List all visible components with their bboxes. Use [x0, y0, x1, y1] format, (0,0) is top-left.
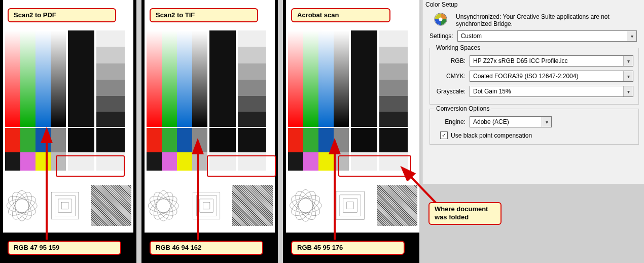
scan-image-area	[3, 0, 133, 233]
highlight-box-3	[338, 155, 411, 177]
callout-rgb-value-1: RGB 47 95 159	[8, 241, 121, 255]
engine-select-value: Adobe (ACE)	[470, 118, 542, 125]
highlight-box-1	[56, 155, 125, 177]
callout-scan-title-1: Scan2 to PDF	[8, 8, 116, 22]
conversion-options-legend: Conversion Options	[434, 105, 491, 112]
svg-point-11	[147, 192, 180, 219]
svg-point-4	[9, 189, 35, 222]
svg-rect-8	[58, 199, 71, 213]
svg-point-5	[6, 192, 39, 219]
settings-label: Settings:	[430, 32, 453, 40]
settings-select[interactable]: Custom	[457, 30, 637, 42]
svg-rect-6	[51, 192, 78, 219]
svg-point-12	[150, 189, 177, 222]
svg-point-31	[439, 18, 443, 21]
svg-point-2	[9, 189, 35, 222]
svg-point-14	[150, 189, 177, 222]
svg-rect-19	[203, 202, 209, 209]
black-point-compensation-checkbox[interactable]: ✓ Use black point compensation	[435, 129, 633, 139]
grayscale-select-value: Dot Gain 15%	[470, 88, 623, 95]
svg-point-25	[289, 191, 323, 219]
chevron-down-icon	[623, 86, 633, 96]
highlight-box-2	[207, 155, 276, 177]
grayscale-select[interactable]: Dot Gain 15%	[470, 86, 633, 97]
svg-point-22	[292, 188, 319, 223]
black-point-compensation-label: Use black point compensation	[451, 132, 532, 139]
scan-column-2	[141, 0, 278, 263]
svg-point-24	[292, 188, 319, 223]
chevron-down-icon	[627, 31, 636, 41]
settings-select-value: Custom	[458, 32, 627, 40]
working-spaces-legend: Working Spaces	[434, 44, 482, 51]
grayscale-label: Grayscale:	[435, 88, 466, 95]
cmyk-select-value: Coated FOGRA39 (ISO 12647-2:2004)	[470, 73, 623, 80]
working-spaces-group: Working Spaces RGB: HP Z27x sRGB D65 ICC…	[430, 48, 639, 105]
callout-rgb-value-2: RGB 46 94 162	[150, 241, 263, 255]
scan-image-area	[286, 0, 419, 233]
svg-rect-26	[336, 191, 364, 220]
scan-image-area	[145, 0, 275, 233]
rgb-select[interactable]: HP Z27x sRGB D65 ICC Profile.icc	[470, 55, 633, 67]
scan-column-1	[0, 0, 136, 263]
cmyk-label: CMYK:	[435, 73, 466, 80]
callout-scan-title-2: Scan2 to TIF	[150, 8, 258, 22]
svg-point-1	[6, 192, 39, 219]
callout-scan-title-3: Acrobat scan	[291, 8, 390, 22]
cmyk-select[interactable]: Coated FOGRA39 (ISO 12647-2:2004)	[470, 71, 633, 82]
panel-title: Color Setup	[422, 0, 644, 9]
scan-column-3	[283, 0, 419, 263]
callout-rgb-value-3: RGB 45 95 176	[291, 241, 405, 255]
svg-rect-29	[346, 202, 353, 209]
unsynchronized-warning-text: Unsynchronized: Your Creative Suite appl…	[456, 12, 637, 27]
unsynchronized-icon	[434, 12, 448, 26]
svg-rect-16	[193, 192, 220, 219]
svg-rect-7	[55, 195, 75, 216]
color-setup-panel: Color Setup Unsynchronized: Your Creativ…	[422, 0, 644, 184]
rgb-label: RGB:	[435, 57, 466, 64]
chevron-down-icon	[623, 71, 633, 81]
svg-rect-17	[196, 195, 217, 216]
rgb-select-value: HP Z27x sRGB D65 ICC Profile.icc	[470, 57, 623, 64]
chevron-down-icon	[623, 56, 633, 66]
svg-rect-28	[343, 199, 357, 213]
callout-fold-note: Where document was folded	[428, 202, 502, 225]
svg-rect-9	[61, 202, 68, 209]
svg-rect-18	[199, 199, 213, 213]
svg-point-21	[289, 191, 323, 219]
engine-select[interactable]: Adobe (ACE)	[470, 116, 552, 127]
svg-point-15	[147, 192, 180, 219]
chevron-down-icon	[542, 117, 551, 127]
conversion-options-group: Conversion Options Engine: Adobe (ACE) ✓…	[430, 109, 639, 145]
engine-label: Engine:	[435, 118, 466, 125]
checkbox-icon: ✓	[440, 132, 448, 139]
svg-rect-27	[339, 195, 361, 216]
